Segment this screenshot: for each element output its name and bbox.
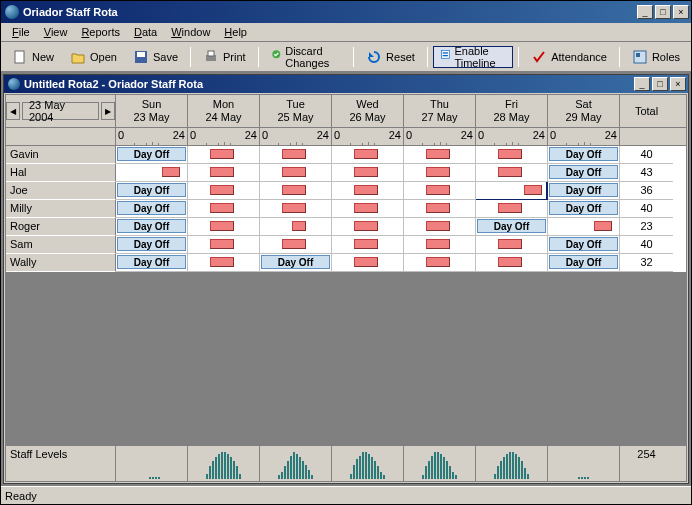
shift-cell[interactable]: Day Off bbox=[116, 200, 188, 218]
staff-name[interactable]: Sam bbox=[6, 236, 116, 254]
shift-cell[interactable] bbox=[476, 236, 548, 254]
shift-cell[interactable] bbox=[476, 200, 548, 218]
child-maximize-button[interactable]: □ bbox=[652, 77, 668, 91]
shift-bar[interactable] bbox=[426, 203, 450, 213]
shift-cell[interactable] bbox=[116, 164, 188, 182]
shift-cell[interactable] bbox=[260, 182, 332, 200]
shift-cell[interactable] bbox=[332, 218, 404, 236]
shift-bar[interactable] bbox=[210, 185, 234, 195]
shift-cell[interactable] bbox=[404, 218, 476, 236]
shift-cell[interactable] bbox=[188, 236, 260, 254]
shift-cell[interactable]: Day Off bbox=[548, 236, 620, 254]
shift-bar[interactable] bbox=[426, 167, 450, 177]
shift-cell[interactable]: Day Off bbox=[476, 218, 548, 236]
shift-bar[interactable] bbox=[426, 221, 450, 231]
shift-cell[interactable]: Day Off bbox=[116, 218, 188, 236]
child-close-button[interactable]: × bbox=[670, 77, 686, 91]
shift-bar[interactable] bbox=[210, 239, 234, 249]
shift-cell[interactable] bbox=[476, 164, 548, 182]
open-button[interactable]: Open bbox=[63, 46, 124, 68]
shift-bar[interactable] bbox=[426, 185, 450, 195]
shift-cell[interactable]: Day Off bbox=[116, 236, 188, 254]
menu-data[interactable]: Data bbox=[127, 24, 164, 40]
shift-bar[interactable] bbox=[354, 167, 378, 177]
shift-bar[interactable] bbox=[354, 257, 378, 267]
shift-bar[interactable] bbox=[426, 239, 450, 249]
shift-bar[interactable] bbox=[282, 167, 306, 177]
shift-cell[interactable] bbox=[260, 200, 332, 218]
save-button[interactable]: Save bbox=[126, 46, 185, 68]
shift-bar[interactable] bbox=[282, 239, 306, 249]
staff-name[interactable]: Gavin bbox=[6, 146, 116, 164]
staff-name[interactable]: Hal bbox=[6, 164, 116, 182]
shift-cell[interactable] bbox=[476, 254, 548, 272]
shift-bar[interactable] bbox=[282, 185, 306, 195]
shift-cell[interactable] bbox=[404, 164, 476, 182]
current-date[interactable]: 23 May 2004 bbox=[22, 102, 99, 120]
menu-file[interactable]: File bbox=[5, 24, 37, 40]
shift-cell[interactable] bbox=[260, 236, 332, 254]
prev-week-button[interactable]: ◀ bbox=[6, 102, 20, 120]
shift-cell[interactable] bbox=[404, 254, 476, 272]
shift-cell[interactable] bbox=[188, 164, 260, 182]
shift-cell[interactable] bbox=[188, 218, 260, 236]
shift-bar[interactable] bbox=[210, 149, 234, 159]
shift-cell[interactable] bbox=[188, 146, 260, 164]
shift-cell[interactable] bbox=[404, 236, 476, 254]
staff-name[interactable]: Joe bbox=[6, 182, 116, 200]
day-header[interactable]: Wed26 May bbox=[332, 95, 404, 127]
shift-cell[interactable] bbox=[404, 146, 476, 164]
shift-cell[interactable]: Day Off bbox=[548, 182, 620, 200]
shift-cell[interactable] bbox=[260, 218, 332, 236]
shift-cell[interactable] bbox=[476, 146, 548, 164]
day-header[interactable]: Sat29 May bbox=[548, 95, 620, 127]
shift-bar[interactable] bbox=[210, 203, 234, 213]
shift-cell[interactable] bbox=[404, 182, 476, 200]
timeline-button[interactable]: Enable Timeline bbox=[433, 46, 513, 68]
reset-button[interactable]: Reset bbox=[359, 46, 422, 68]
shift-bar[interactable] bbox=[354, 149, 378, 159]
shift-bar[interactable] bbox=[354, 239, 378, 249]
shift-bar[interactable] bbox=[292, 221, 306, 231]
shift-cell[interactable]: Day Off bbox=[260, 254, 332, 272]
close-button[interactable]: × bbox=[673, 5, 689, 19]
maximize-button[interactable]: □ bbox=[655, 5, 671, 19]
shift-bar[interactable] bbox=[354, 203, 378, 213]
shift-cell[interactable] bbox=[188, 200, 260, 218]
day-header[interactable]: Mon24 May bbox=[188, 95, 260, 127]
shift-bar[interactable] bbox=[210, 221, 234, 231]
menu-help[interactable]: Help bbox=[217, 24, 254, 40]
staff-name[interactable]: Milly bbox=[6, 200, 116, 218]
shift-cell[interactable]: Day Off bbox=[116, 146, 188, 164]
shift-bar[interactable] bbox=[282, 203, 306, 213]
staff-name[interactable]: Roger bbox=[6, 218, 116, 236]
shift-cell[interactable] bbox=[188, 182, 260, 200]
day-header[interactable]: Tue25 May bbox=[260, 95, 332, 127]
staff-name[interactable]: Wally bbox=[6, 254, 116, 272]
shift-bar[interactable] bbox=[354, 221, 378, 231]
child-minimize-button[interactable]: _ bbox=[634, 77, 650, 91]
shift-bar[interactable] bbox=[354, 185, 378, 195]
day-header[interactable]: Sun23 May bbox=[116, 95, 188, 127]
shift-bar[interactable] bbox=[282, 149, 306, 159]
shift-bar[interactable] bbox=[524, 185, 542, 195]
shift-cell[interactable] bbox=[260, 164, 332, 182]
shift-cell[interactable] bbox=[332, 200, 404, 218]
roles-button[interactable]: Roles bbox=[625, 46, 687, 68]
shift-cell[interactable] bbox=[332, 182, 404, 200]
shift-bar[interactable] bbox=[498, 239, 522, 249]
shift-cell[interactable] bbox=[332, 146, 404, 164]
attendance-button[interactable]: Attendance bbox=[524, 46, 614, 68]
shift-bar[interactable] bbox=[162, 167, 180, 177]
shift-bar[interactable] bbox=[498, 149, 522, 159]
menu-reports[interactable]: Reports bbox=[74, 24, 127, 40]
shift-bar[interactable] bbox=[498, 167, 522, 177]
shift-cell[interactable] bbox=[260, 146, 332, 164]
new-button[interactable]: New bbox=[5, 46, 61, 68]
shift-cell[interactable] bbox=[332, 236, 404, 254]
shift-cell[interactable] bbox=[188, 254, 260, 272]
shift-cell[interactable]: Day Off bbox=[116, 182, 188, 200]
shift-bar[interactable] bbox=[426, 257, 450, 267]
shift-bar[interactable] bbox=[426, 149, 450, 159]
shift-cell[interactable] bbox=[404, 200, 476, 218]
